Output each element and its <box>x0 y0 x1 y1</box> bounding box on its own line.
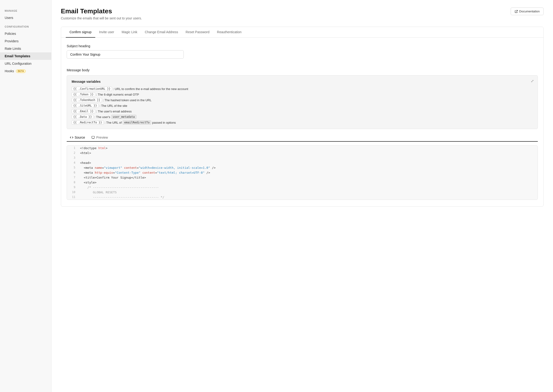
tab-change-email[interactable]: Change Email Address <box>141 27 182 38</box>
page-subtitle: Customize the emails that will be sent o… <box>61 16 142 20</box>
sidebar-item-rate-limits[interactable]: Rate Limits <box>0 45 51 52</box>
code-line: 1 <!doctype html> <box>67 146 538 151</box>
source-preview-tabs: Source Preview <box>67 134 538 142</box>
code-line: 6 <meta http-equiv="Content-Type" conten… <box>67 170 538 175</box>
subject-input[interactable] <box>67 50 184 59</box>
variable-row: {{ .ConfirmationURL }} : URL to confirm … <box>72 87 533 91</box>
variable-row: {{ .Email }} : The user's email address <box>72 109 533 113</box>
code-line: 4 <head> <box>67 160 538 165</box>
variable-inline-code: emailRedirectTo <box>123 120 151 125</box>
sidebar-item-url-configuration[interactable]: URL Configuration <box>0 60 51 67</box>
variable-code: {{ .ConfirmationURL }} <box>72 87 112 91</box>
card-content: Subject heading Message body Message var… <box>61 38 543 206</box>
main-content: Email Templates Customize the emails tha… <box>51 0 553 392</box>
sidebar-item-hooks[interactable]: Hooks BETA <box>0 67 51 75</box>
variable-row: {{ .Data }} : The user's user_metadata <box>72 115 533 119</box>
variable-inline-code: user_metadata <box>111 115 136 119</box>
message-body-label: Message body <box>67 68 538 72</box>
template-tabs: Confirm signup Invite user Magic Link Ch… <box>61 27 543 38</box>
variable-code: {{ .Email }} <box>72 109 95 113</box>
email-templates-card: Confirm signup Invite user Magic Link Ch… <box>61 27 544 207</box>
source-tab[interactable]: Source <box>67 134 88 142</box>
code-lines: 1 <!doctype html> 2 <html> 3 4 <head> <box>67 146 538 200</box>
code-line: 11 ------------------------------------ … <box>67 195 538 200</box>
sidebar-item-email-templates[interactable]: Email Templates <box>0 52 51 60</box>
sidebar-item-users[interactable]: Users <box>0 14 51 21</box>
code-line: 7 <title>Confirm Your Signup</title> <box>67 175 538 180</box>
variable-code: {{ .TokenHash }} <box>72 98 102 102</box>
variable-code: {{ .Data }} <box>72 115 93 119</box>
documentation-button[interactable]: Documentation <box>511 7 544 15</box>
tab-invite-user[interactable]: Invite user <box>95 27 118 38</box>
variable-code: {{ .RedirectTo }} <box>72 120 104 125</box>
sidebar-item-providers[interactable]: Providers <box>0 37 51 45</box>
page-title: Email Templates <box>61 7 142 15</box>
variable-row: {{ .RedirectTo }} : The URL of emailRedi… <box>72 120 533 125</box>
code-line: 5 <meta name="viewport" content="width=d… <box>67 165 538 170</box>
variable-row: {{ .TokenHash }} : The hashed token used… <box>72 98 533 102</box>
sidebar-item-policies[interactable]: Policies <box>0 30 51 37</box>
page-header: Email Templates Customize the emails tha… <box>61 7 544 20</box>
code-line: 8 <style> <box>67 180 538 185</box>
code-line: 9 /* -----------------------------------… <box>67 185 538 190</box>
external-link-icon <box>515 10 518 13</box>
tab-magic-link[interactable]: Magic Link <box>118 27 141 38</box>
variable-row: {{ .Token }} : The 6-digit numeric email… <box>72 92 533 97</box>
variables-box: Message variables ⤢ {{ .ConfirmationURL … <box>67 75 538 129</box>
code-line: 3 <box>67 155 538 160</box>
svg-rect-0 <box>92 136 94 138</box>
variable-code: {{ .Token }} <box>72 92 95 97</box>
tab-reset-password[interactable]: Reset Password <box>182 27 213 38</box>
sidebar: MANAGE Users CONFIGURATION Policies Prov… <box>0 0 51 392</box>
manage-section-label: MANAGE <box>0 6 51 14</box>
code-line: 2 <html> <box>67 151 538 155</box>
tab-reauthentication[interactable]: Reauthentication <box>213 27 245 38</box>
tab-confirm-signup[interactable]: Confirm signup <box>66 27 95 38</box>
subject-label: Subject heading <box>67 44 538 48</box>
code-icon <box>70 136 73 139</box>
configuration-section-label: CONFIGURATION <box>0 21 51 30</box>
expand-icon[interactable]: ⤢ <box>531 79 534 83</box>
variables-title: Message variables <box>72 80 533 84</box>
variable-row: {{ .SiteURL }} : The URL of the site <box>72 104 533 108</box>
variable-code: {{ .SiteURL }} <box>72 104 99 108</box>
code-editor[interactable]: 1 <!doctype html> 2 <html> 3 4 <head> <box>67 145 538 200</box>
code-line: 10 GLOBAL RESETS <box>67 190 538 195</box>
beta-badge: BETA <box>16 70 26 73</box>
monitor-icon <box>92 136 95 139</box>
preview-tab[interactable]: Preview <box>88 134 111 142</box>
documentation-label: Documentation <box>519 10 540 13</box>
